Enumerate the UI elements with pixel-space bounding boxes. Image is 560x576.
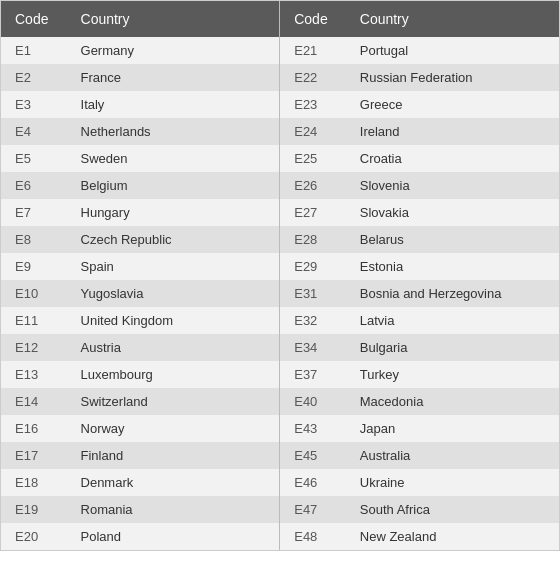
code-right: E25 xyxy=(280,145,346,172)
country-right: Japan xyxy=(346,415,559,442)
country-table: Code Country Code Country E1GermanyE21Po… xyxy=(1,1,559,550)
code-left: E10 xyxy=(1,280,67,307)
code-right: E28 xyxy=(280,226,346,253)
country-left: Poland xyxy=(67,523,280,550)
country-right: Portugal xyxy=(346,37,559,64)
country-right: Greece xyxy=(346,91,559,118)
country-right: Slovakia xyxy=(346,199,559,226)
country-left: Romania xyxy=(67,496,280,523)
country-right: Bosnia and Herzegovina xyxy=(346,280,559,307)
main-table-container: Code Country Code Country E1GermanyE21Po… xyxy=(0,0,560,551)
code-right: E48 xyxy=(280,523,346,550)
code-right: E40 xyxy=(280,388,346,415)
code-right: E24 xyxy=(280,118,346,145)
header-country1: Country xyxy=(67,1,280,37)
code-left: E1 xyxy=(1,37,67,64)
table-row: E2FranceE22Russian Federation xyxy=(1,64,559,91)
country-right: Slovenia xyxy=(346,172,559,199)
code-left: E8 xyxy=(1,226,67,253)
code-right: E32 xyxy=(280,307,346,334)
country-left: Belgium xyxy=(67,172,280,199)
code-right: E27 xyxy=(280,199,346,226)
code-left: E19 xyxy=(1,496,67,523)
table-row: E11United KingdomE32Latvia xyxy=(1,307,559,334)
country-right: Ireland xyxy=(346,118,559,145)
code-left: E2 xyxy=(1,64,67,91)
table-row: E13LuxembourgE37Turkey xyxy=(1,361,559,388)
table-row: E17FinlandE45Australia xyxy=(1,442,559,469)
code-left: E11 xyxy=(1,307,67,334)
table-row: E9SpainE29Estonia xyxy=(1,253,559,280)
code-left: E5 xyxy=(1,145,67,172)
code-right: E26 xyxy=(280,172,346,199)
code-left: E4 xyxy=(1,118,67,145)
code-left: E13 xyxy=(1,361,67,388)
table-row: E3ItalyE23Greece xyxy=(1,91,559,118)
country-left: Sweden xyxy=(67,145,280,172)
code-left: E9 xyxy=(1,253,67,280)
country-left: Norway xyxy=(67,415,280,442)
code-left: E6 xyxy=(1,172,67,199)
code-left: E18 xyxy=(1,469,67,496)
country-left: United Kingdom xyxy=(67,307,280,334)
header-code2: Code xyxy=(280,1,346,37)
table-row: E12AustriaE34Bulgaria xyxy=(1,334,559,361)
header-code1: Code xyxy=(1,1,67,37)
country-right: Bulgaria xyxy=(346,334,559,361)
table-row: E7HungaryE27Slovakia xyxy=(1,199,559,226)
table-row: E20PolandE48New Zealand xyxy=(1,523,559,550)
country-left: Italy xyxy=(67,91,280,118)
table-row: E19RomaniaE47South Africa xyxy=(1,496,559,523)
country-right: Estonia xyxy=(346,253,559,280)
table-row: E6BelgiumE26Slovenia xyxy=(1,172,559,199)
country-right: South Africa xyxy=(346,496,559,523)
country-right: Russian Federation xyxy=(346,64,559,91)
table-row: E5SwedenE25Croatia xyxy=(1,145,559,172)
code-left: E7 xyxy=(1,199,67,226)
country-left: Denmark xyxy=(67,469,280,496)
country-right: Turkey xyxy=(346,361,559,388)
table-row: E8Czech RepublicE28Belarus xyxy=(1,226,559,253)
code-left: E17 xyxy=(1,442,67,469)
code-right: E29 xyxy=(280,253,346,280)
country-left: Czech Republic xyxy=(67,226,280,253)
country-left: Yugoslavia xyxy=(67,280,280,307)
table-header-row: Code Country Code Country xyxy=(1,1,559,37)
country-left: Germany xyxy=(67,37,280,64)
table-row: E14SwitzerlandE40Macedonia xyxy=(1,388,559,415)
table-row: E4NetherlandsE24Ireland xyxy=(1,118,559,145)
country-left: Netherlands xyxy=(67,118,280,145)
code-right: E37 xyxy=(280,361,346,388)
country-left: Austria xyxy=(67,334,280,361)
country-left: France xyxy=(67,64,280,91)
table-row: E16NorwayE43Japan xyxy=(1,415,559,442)
country-left: Luxembourg xyxy=(67,361,280,388)
country-right: Latvia xyxy=(346,307,559,334)
table-row: E18DenmarkE46Ukraine xyxy=(1,469,559,496)
code-right: E46 xyxy=(280,469,346,496)
code-left: E20 xyxy=(1,523,67,550)
country-right: Belarus xyxy=(346,226,559,253)
code-right: E34 xyxy=(280,334,346,361)
code-right: E43 xyxy=(280,415,346,442)
table-row: E10YugoslaviaE31Bosnia and Herzegovina xyxy=(1,280,559,307)
code-right: E22 xyxy=(280,64,346,91)
code-right: E23 xyxy=(280,91,346,118)
country-left: Spain xyxy=(67,253,280,280)
code-left: E3 xyxy=(1,91,67,118)
code-right: E31 xyxy=(280,280,346,307)
code-right: E45 xyxy=(280,442,346,469)
code-right: E47 xyxy=(280,496,346,523)
country-right: Croatia xyxy=(346,145,559,172)
country-right: Australia xyxy=(346,442,559,469)
table-row: E1GermanyE21Portugal xyxy=(1,37,559,64)
country-left: Hungary xyxy=(67,199,280,226)
header-country2: Country xyxy=(346,1,559,37)
country-left: Switzerland xyxy=(67,388,280,415)
country-right: New Zealand xyxy=(346,523,559,550)
code-left: E14 xyxy=(1,388,67,415)
country-left: Finland xyxy=(67,442,280,469)
code-left: E12 xyxy=(1,334,67,361)
code-right: E21 xyxy=(280,37,346,64)
country-right: Macedonia xyxy=(346,388,559,415)
